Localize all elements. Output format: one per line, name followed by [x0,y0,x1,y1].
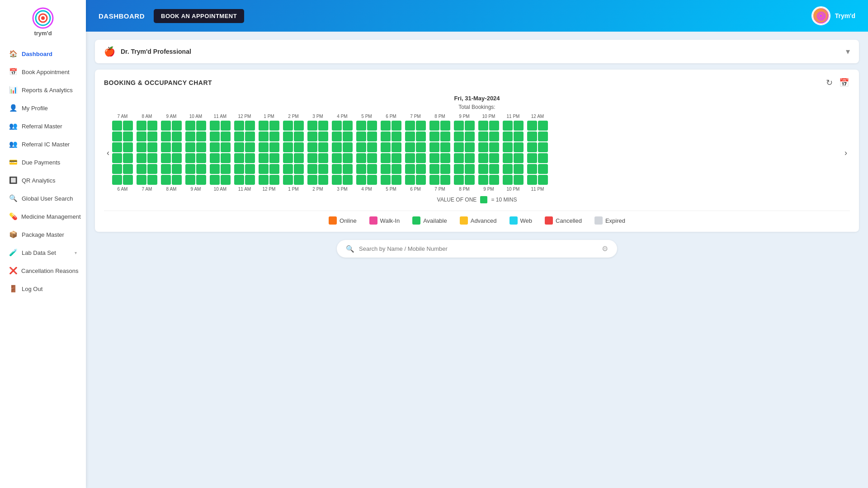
chart-cell[interactable] [392,175,401,185]
chart-cell[interactable] [392,153,401,163]
chart-cell[interactable] [283,142,293,152]
chart-cell[interactable] [416,175,426,185]
sidebar-item-qr-analytics[interactable]: 🔲 QR Analytics [2,172,84,189]
chart-cell[interactable] [137,153,146,163]
chart-refresh-button[interactable]: ↻ [825,77,834,89]
chart-cell[interactable] [478,121,488,131]
chart-cell[interactable] [221,153,231,163]
chart-cell[interactable] [221,164,231,174]
chart-cell[interactable] [478,153,488,163]
chart-cell[interactable] [514,121,524,131]
chart-cell[interactable] [381,142,391,152]
chart-cell[interactable] [514,175,524,185]
chart-cell[interactable] [503,142,513,152]
chart-cell[interactable] [185,164,195,174]
chart-scroll-left-button[interactable]: ‹ [104,146,112,160]
chart-cell[interactable] [294,121,304,131]
chart-cell[interactable] [161,153,171,163]
sidebar-item-lab-data-set[interactable]: 🧪 Lab Data Set ▾ [2,244,84,261]
chart-cell[interactable] [307,153,317,163]
chart-cell[interactable] [307,175,317,185]
chart-cell[interactable] [147,153,157,163]
chart-cell[interactable] [465,175,475,185]
chart-cell[interactable] [245,142,255,152]
chart-cell[interactable] [172,121,182,131]
chart-cell[interactable] [429,142,439,152]
chart-cell[interactable] [440,175,450,185]
chart-cell[interactable] [196,142,206,152]
chart-cell[interactable] [343,153,353,163]
chart-cell[interactable] [269,153,279,163]
chart-cell[interactable] [367,142,377,152]
chart-cell[interactable] [465,142,475,152]
chart-cell[interactable] [503,131,513,141]
sidebar-item-due-payments[interactable]: 💳 Due Payments [2,154,84,171]
chart-cell[interactable] [307,131,317,141]
chart-cell[interactable] [332,153,342,163]
chart-cell[interactable] [405,175,415,185]
chart-cell[interactable] [478,142,488,152]
chart-cell[interactable] [234,153,244,163]
chart-cell[interactable] [259,164,269,174]
chart-cell[interactable] [112,142,122,152]
chart-cell[interactable] [454,131,464,141]
chart-cell[interactable] [440,164,450,174]
chart-cell[interactable] [440,121,450,131]
chart-cell[interactable] [318,121,328,131]
sidebar-item-dashboard[interactable]: 🏠 Dashboard [2,45,84,62]
chart-cell[interactable] [147,121,157,131]
chart-cell[interactable] [356,121,366,131]
chart-cell[interactable] [429,175,439,185]
chart-cell[interactable] [527,142,537,152]
chart-cell[interactable] [318,164,328,174]
chart-cell[interactable] [137,121,146,131]
chart-cell[interactable] [356,131,366,141]
chart-cell[interactable] [210,121,220,131]
chart-cell[interactable] [489,121,499,131]
sidebar-item-book-appointment[interactable]: 📅 Book Appointment [2,63,84,80]
chart-cell[interactable] [405,164,415,174]
chart-cell[interactable] [210,142,220,152]
chart-cell[interactable] [172,142,182,152]
sidebar-item-reports-analytics[interactable]: 📊 Reports & Analytics [2,81,84,99]
chart-cell[interactable] [343,121,353,131]
chart-cell[interactable] [172,131,182,141]
chart-cell[interactable] [478,175,488,185]
chart-cell[interactable] [221,131,231,141]
chart-cell[interactable] [210,131,220,141]
chart-cell[interactable] [307,164,317,174]
chart-cell[interactable] [429,121,439,131]
chart-cell[interactable] [489,131,499,141]
chart-cell[interactable] [283,153,293,163]
chart-cell[interactable] [454,121,464,131]
chart-cell[interactable] [234,131,244,141]
chart-cell[interactable] [185,142,195,152]
chart-cell[interactable] [392,121,401,131]
chart-cell[interactable] [196,121,206,131]
chart-cell[interactable] [527,121,537,131]
chart-cell[interactable] [123,121,133,131]
chart-cell[interactable] [440,142,450,152]
chart-cell[interactable] [454,164,464,174]
chart-cell[interactable] [416,121,426,131]
chart-cell[interactable] [196,164,206,174]
chart-cell[interactable] [123,142,133,152]
chart-cell[interactable] [465,164,475,174]
chart-cell[interactable] [123,164,133,174]
chart-cell[interactable] [210,153,220,163]
chart-cell[interactable] [405,131,415,141]
chart-cell[interactable] [185,153,195,163]
chart-cell[interactable] [538,164,548,174]
chart-cell[interactable] [318,142,328,152]
chart-cell[interactable] [112,153,122,163]
chart-cell[interactable] [161,121,171,131]
search-input[interactable] [359,245,597,252]
chart-calendar-button[interactable]: 📅 [838,77,850,89]
chart-cell[interactable] [416,131,426,141]
chart-cell[interactable] [147,175,157,185]
chart-cell[interactable] [283,131,293,141]
chart-cell[interactable] [294,175,304,185]
chart-cell[interactable] [392,142,401,152]
chart-cell[interactable] [356,142,366,152]
chart-cell[interactable] [367,153,377,163]
